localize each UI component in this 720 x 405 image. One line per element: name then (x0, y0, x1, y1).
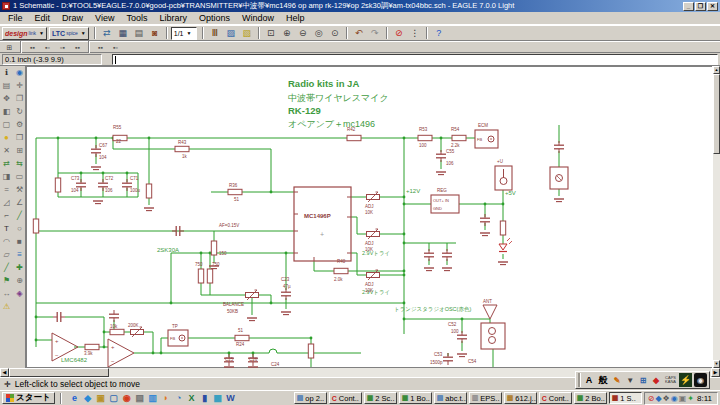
task-button-9[interactable]: ▦2 Bo.. (574, 392, 607, 404)
erc-tool[interactable]: ◈ (13, 287, 26, 300)
horiz-scroll-thumb[interactable] (9, 368, 109, 377)
junction-tool[interactable]: ✚ (13, 261, 26, 274)
menu-view[interactable]: View (89, 12, 120, 24)
menu-window[interactable]: Window (236, 12, 280, 24)
info-tool[interactable]: ℹ (0, 66, 13, 79)
ime-pad-icon[interactable]: ⊞ (637, 373, 649, 387)
name-tool[interactable]: ▭ (13, 170, 26, 183)
mirror-tool[interactable]: ◧ (0, 105, 13, 118)
task-button-8[interactable]: CCont.. (539, 392, 572, 404)
polygon-tool[interactable]: ▱ (0, 248, 13, 261)
ql-browser-icon[interactable]: ◔ (173, 392, 185, 404)
undo-button[interactable]: ↶ (352, 27, 366, 40)
minimize-button[interactable]: _ (683, 2, 694, 11)
display-tool[interactable]: ▤ (0, 79, 13, 92)
ime-mode-alpha[interactable]: A (583, 373, 595, 387)
tray-shield-icon[interactable]: ❖ (663, 394, 670, 403)
net-tool[interactable]: ╱ (0, 261, 13, 274)
ql-book-icon[interactable]: ▮ (199, 392, 211, 404)
start-button[interactable]: スタート (2, 392, 55, 404)
ql-window-icon[interactable]: ▢ (108, 392, 120, 404)
ime-tool-icon[interactable]: ◉ (694, 373, 707, 387)
errors-tool[interactable]: ⚠ (0, 300, 13, 313)
task-button-2[interactable]: CCont.. (329, 392, 362, 404)
design-link-combo[interactable]: designlink▼ (2, 27, 47, 40)
maximize-button[interactable]: ❐ (695, 2, 706, 11)
use-library-button[interactable]: Ⅲ (208, 27, 222, 40)
wire-tool[interactable]: ╱ (13, 209, 26, 222)
param-button-2[interactable]: ▪▫ (41, 42, 54, 52)
ql-media-icon[interactable]: ◉ (121, 392, 133, 404)
title-bar[interactable]: 1 Schematic - D:¥TOOL5¥EAGLE-7.0.0¥good-… (0, 0, 720, 12)
ltc-spice-combo[interactable]: LTCspice▼ (49, 27, 89, 40)
cut-tool[interactable]: ● (0, 131, 13, 144)
close-button[interactable]: ✕ (707, 2, 718, 11)
task-button-1[interactable]: ▤op 2.. (294, 392, 327, 404)
task-button-3[interactable]: ▦2 Sc.. (364, 392, 397, 404)
attribute-tool[interactable]: ⊕ (13, 274, 26, 287)
tray-display-icon[interactable]: ▣ (679, 394, 687, 403)
menu-tools[interactable]: Tools (120, 12, 153, 24)
ime-mode-general[interactable]: 般 (597, 373, 609, 387)
menu-library[interactable]: Library (153, 12, 193, 24)
pinswap-tool[interactable]: ⇄ (0, 157, 13, 170)
scroll-down-icon[interactable]: ▼ (713, 360, 720, 368)
group-tool[interactable]: ▢ (0, 118, 13, 131)
bus-tool[interactable]: ≡ (13, 248, 26, 261)
change-tool[interactable]: ⚙ (13, 118, 26, 131)
tray-volume-icon[interactable]: ◉ (671, 394, 678, 403)
add-tool[interactable]: ⊞ (13, 144, 26, 157)
menu-file[interactable]: File (2, 12, 29, 24)
ql-word-icon[interactable]: W (225, 392, 237, 404)
ql-mail-icon[interactable]: ◆ (82, 392, 94, 404)
menu-help[interactable]: Help (280, 12, 311, 24)
value-tool[interactable]: = (0, 183, 13, 196)
dimension-tool[interactable]: ↔ (0, 287, 13, 300)
ql-ie-icon[interactable]: e (69, 392, 81, 404)
rect-tool[interactable]: ■ (13, 235, 26, 248)
task-button-4[interactable]: ▦1 Bo.. (399, 392, 432, 404)
ql-monitor-icon[interactable]: ▥ (147, 392, 159, 404)
cam-button[interactable]: ◙ (148, 27, 162, 40)
paste-tool[interactable]: ❒ (13, 131, 26, 144)
label-tool[interactable]: ⚑ (0, 274, 13, 287)
invoke-tool[interactable]: ⌐ (0, 209, 13, 222)
command-input[interactable] (112, 54, 718, 65)
stop-button[interactable]: ⊘ (392, 27, 406, 40)
ime-dict-icon[interactable]: ▼ (624, 373, 636, 387)
param-button-6[interactable]: ▪▫ (109, 42, 122, 52)
task-button-7[interactable]: ▩612.j.. (504, 392, 537, 404)
param-button-1[interactable]: ▪▪ (26, 42, 39, 52)
circle-tool[interactable]: ○ (13, 222, 26, 235)
text-tool[interactable]: T (0, 222, 13, 235)
menu-edit[interactable]: Edit (29, 12, 57, 24)
run-button[interactable]: ▧ (240, 27, 254, 40)
copy-tool[interactable]: ❐ (13, 92, 26, 105)
vertical-scroll-thumb[interactable] (713, 74, 720, 154)
scroll-left-icon[interactable]: ◀ (0, 368, 9, 377)
ime-grip[interactable] (578, 373, 581, 387)
scroll-up-icon[interactable]: ▲ (713, 66, 720, 74)
ime-prop-icon[interactable]: ◆ (650, 373, 662, 387)
zoom-in-button[interactable]: ⊕ (280, 27, 294, 40)
rotate-tool[interactable]: ↻ (13, 105, 26, 118)
smash-tool[interactable]: ⚒ (13, 183, 26, 196)
param-button-4[interactable]: ▪▪ (71, 42, 84, 52)
tray-network-icon[interactable]: ◆ (655, 394, 661, 403)
print-button[interactable]: ▤ (132, 27, 146, 40)
scroll-right-icon[interactable]: ▶ (711, 368, 720, 377)
show-tool[interactable]: ◉ (13, 66, 26, 79)
ql-excel-icon[interactable]: X (186, 392, 198, 404)
redo-button[interactable]: ↷ (368, 27, 382, 40)
split-tool[interactable]: ∠ (13, 196, 26, 209)
ql-desktop-icon[interactable]: ▣ (95, 392, 107, 404)
tray-antivirus-icon[interactable]: ⊘ (648, 394, 655, 403)
save-button[interactable]: ▦ (116, 27, 130, 40)
ql-explorer-icon[interactable]: ▤ (134, 392, 146, 404)
vertical-scrollbar[interactable]: ▲ ▼ (712, 66, 720, 368)
mark-tool[interactable]: ✛ (13, 79, 26, 92)
board-button[interactable]: ⇄ (100, 27, 114, 40)
miter-tool[interactable]: ◿ (0, 196, 13, 209)
delete-tool[interactable]: ✕ (0, 144, 13, 157)
menu-options[interactable]: Options (193, 12, 236, 24)
